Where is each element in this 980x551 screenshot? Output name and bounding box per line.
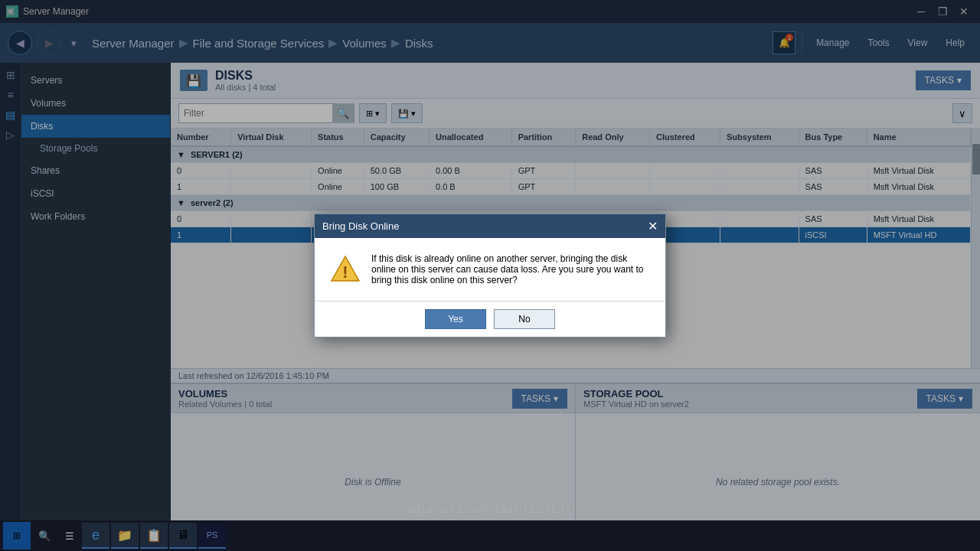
warning-icon: ! <box>330 253 361 284</box>
bring-disk-online-dialog: Bring Disk Online ✕ ! If this disk is al… <box>314 214 666 337</box>
dialog-no-button[interactable]: No <box>494 309 555 329</box>
dialog-yes-button[interactable]: Yes <box>425 309 486 329</box>
dialog-footer: Yes No <box>315 301 665 337</box>
modal-overlay: Bring Disk Online ✕ ! If this disk is al… <box>0 0 980 551</box>
dialog-title-bar: Bring Disk Online ✕ <box>315 214 665 238</box>
dialog-title: Bring Disk Online <box>322 220 399 232</box>
dialog-body: ! If this disk is already online on anot… <box>315 238 665 301</box>
dialog-close-button[interactable]: ✕ <box>648 219 658 233</box>
svg-text:!: ! <box>342 262 348 282</box>
dialog-message: If this disk is already online on anothe… <box>371 253 650 285</box>
